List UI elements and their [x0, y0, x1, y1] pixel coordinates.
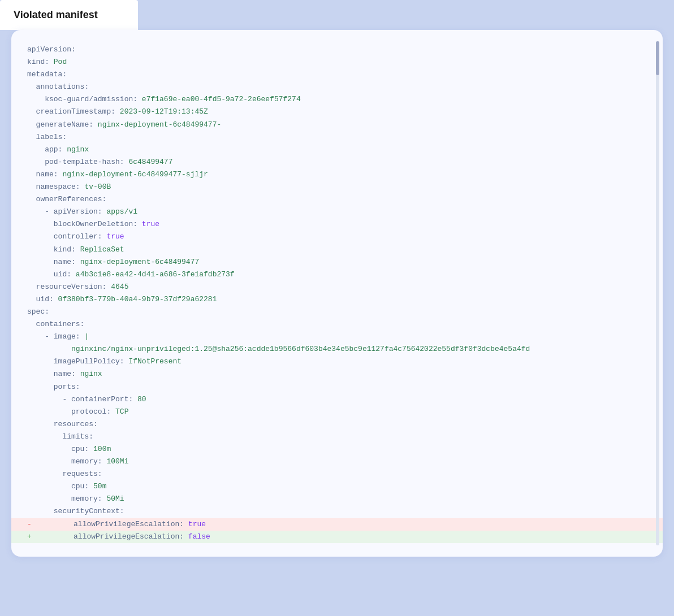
code-value: nginxinc/nginx-unprivileged:1.25@sha256:… [27, 345, 530, 353]
manifest-card: apiVersion: kind: Podmetadata: annotatio… [11, 30, 663, 557]
code-line: resourceVersion: 4645 [27, 281, 647, 293]
code-value: 4645 [111, 283, 128, 291]
code-value: 2023-09-12T19:13:45Z [120, 107, 208, 116]
code-value: 6c48499477 [128, 158, 172, 166]
code-line: imagePullPolicy: IfNotPresent [27, 355, 647, 368]
code-key: spec: [27, 307, 49, 316]
code-line: spec: [27, 306, 647, 318]
code-block: apiVersion: kind: Podmetadata: annotatio… [27, 44, 647, 543]
code-key: - apiVersion: [27, 207, 106, 216]
code-line: memory: 100Mi [27, 456, 647, 468]
code-key: name: [27, 170, 62, 179]
code-key: protocol: [27, 407, 115, 416]
code-value: true [106, 232, 124, 241]
code-line: blockOwnerDeletion: true [27, 218, 647, 231]
code-key: app: [27, 145, 67, 154]
code-value: apps/v1 [106, 207, 137, 216]
code-value: 0f380bf3-779b-40a4-9b79-37df29a62281 [58, 295, 217, 303]
title-bar: Violated manifest [0, 0, 138, 30]
code-key: uid: [27, 295, 58, 303]
code-line: kind: ReplicaSet [27, 244, 647, 256]
code-key: generateName: [27, 120, 98, 129]
code-key: - containerPort: [27, 395, 137, 404]
code-key: memory: [27, 494, 106, 503]
code-key: cpu: [27, 482, 93, 491]
code-line: securityContext: [27, 505, 647, 518]
code-key: pod-template-hash: [27, 158, 128, 166]
code-line: protocol: TCP [27, 406, 647, 418]
code-line: annotations: [27, 81, 647, 93]
code-line: name: nginx [27, 368, 647, 380]
code-line: - image: | [27, 331, 647, 343]
code-value: nginx [80, 370, 102, 378]
code-key: uid: [27, 270, 76, 279]
code-line: kind: Pod [27, 56, 647, 68]
code-key: name: [27, 370, 80, 378]
code-line: nginxinc/nginx-unprivileged:1.25@sha256:… [27, 343, 647, 355]
code-line: resources: [27, 418, 647, 431]
code-value: Pod [54, 58, 67, 66]
scrollbar-thumb[interactable] [656, 41, 659, 75]
code-line: namespace: tv-00B [27, 181, 647, 193]
code-key: apiVersion: [27, 45, 80, 54]
code-key: ownerReferences: [27, 195, 106, 203]
code-line: pod-template-hash: 6c48499477 [27, 156, 647, 168]
code-line: generateName: nginx-deployment-6c4849947… [27, 119, 647, 131]
code-value: a4b3c1e8-ea42-4d41-a686-3fe1afdb273f [76, 270, 235, 279]
code-value: TCP [115, 407, 128, 416]
code-key: labels: [27, 133, 67, 141]
code-value: nginx-deployment-6c48499477- [98, 120, 221, 129]
code-key: annotations: [27, 83, 89, 91]
code-key: securityContext: [27, 507, 124, 515]
code-key: resources: [27, 420, 98, 428]
code-line: labels: [27, 131, 647, 144]
page-title: Violated manifest [14, 9, 98, 20]
code-line: containers: [27, 318, 647, 331]
code-line: cpu: 50m [27, 480, 647, 493]
code-line: uid: 0f380bf3-779b-40a4-9b79-37df29a6228… [27, 293, 647, 306]
code-value: ReplicaSet [80, 245, 124, 254]
code-value: nginx-deployment-6c48499477-sjljr [62, 170, 208, 179]
code-line: controller: true [27, 231, 647, 243]
code-line: requests: [27, 468, 647, 480]
code-value: nginx [67, 145, 89, 154]
code-value: tv-00B [84, 183, 111, 191]
code-line: name: nginx-deployment-6c48499477 [27, 256, 647, 268]
code-value: nginx-deployment-6c48499477 [80, 258, 200, 266]
code-key: namespace: [27, 183, 84, 191]
code-value: IfNotPresent [128, 357, 182, 366]
code-value: 80 [137, 395, 146, 404]
code-key: resourceVersion: [27, 283, 111, 291]
code-key: requests: [27, 470, 102, 478]
code-line: app: nginx [27, 144, 647, 156]
code-value: | [84, 332, 89, 341]
code-key: memory: [27, 457, 106, 466]
code-line: ports: [27, 381, 647, 393]
code-key: ksoc-guard/admission: [27, 95, 142, 103]
code-value: 50Mi [106, 494, 124, 503]
code-key: containers: [27, 320, 84, 328]
code-key: name: [27, 258, 80, 266]
code-key: allowPrivilegeEscalation: [34, 532, 188, 541]
code-key: metadata: [27, 70, 67, 79]
scrollbar-track[interactable] [656, 41, 659, 545]
code-line: - apiVersion: apps/v1 [27, 206, 647, 218]
code-key: blockOwnerDeletion: [27, 220, 142, 228]
code-line: ownerReferences: [27, 193, 647, 206]
code-line: - allowPrivilegeEscalation: true [11, 518, 663, 531]
code-value: false [188, 532, 210, 541]
code-line: uid: a4b3c1e8-ea42-4d41-a686-3fe1afdb273… [27, 268, 647, 281]
code-key: controller: [27, 232, 106, 241]
code-line: cpu: 100m [27, 443, 647, 456]
code-line: limits: [27, 431, 647, 443]
code-line: name: nginx-deployment-6c48499477-sjljr [27, 168, 647, 181]
code-key: allowPrivilegeEscalation: [34, 520, 188, 528]
code-line: + allowPrivilegeEscalation: false [11, 531, 663, 543]
code-line: apiVersion: [27, 44, 647, 56]
code-key: imagePullPolicy: [27, 357, 128, 366]
code-line: creationTimestamp: 2023-09-12T19:13:45Z [27, 106, 647, 118]
code-key: kind: [27, 58, 54, 66]
code-key: cpu: [27, 445, 93, 453]
code-value: 50m [93, 482, 106, 491]
code-key: - image: [27, 332, 84, 341]
